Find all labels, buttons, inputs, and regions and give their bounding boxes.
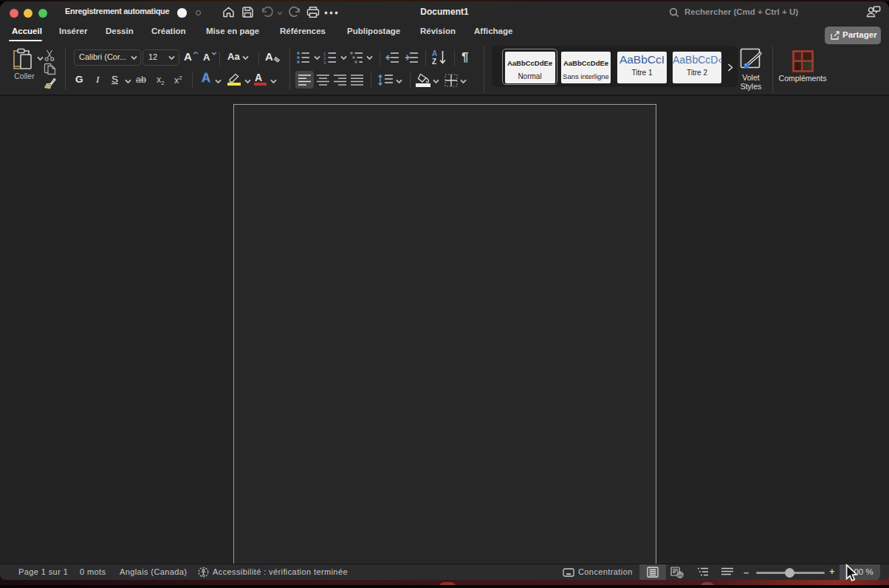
svg-text:A: A: [432, 49, 437, 58]
svg-text:Z: Z: [432, 58, 436, 66]
svg-text:A: A: [202, 71, 210, 84]
svg-text:3: 3: [323, 60, 326, 64]
